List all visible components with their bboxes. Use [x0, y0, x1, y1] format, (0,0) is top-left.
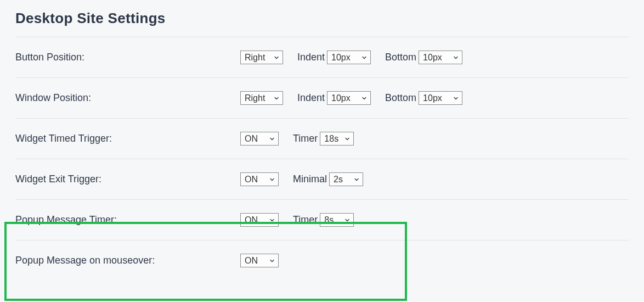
window-position-controls: Right Indent 10px Bottom 10px — [240, 91, 477, 105]
window-position-indent-label: Indent — [297, 92, 325, 104]
widget-exit-trigger-controls: ON Minimal 2s — [240, 172, 377, 186]
button-position-bottom-select[interactable]: 10px — [419, 51, 462, 64]
window-position-bottom-label: Bottom — [385, 92, 416, 104]
button-position-bottom-label: Bottom — [385, 52, 416, 63]
button-position-label: Button Position: — [15, 52, 240, 63]
row-widget-exit-trigger: Widget Exit Trigger: ON Minimal 2s — [15, 159, 629, 199]
popup-message-mouseover-state-select[interactable]: ON — [240, 254, 279, 267]
widget-timed-trigger-label: Widget Timed Trigger: — [15, 133, 240, 144]
window-position-indent-select[interactable]: 10px — [327, 91, 371, 105]
window-position-side-select[interactable]: Right — [240, 91, 283, 105]
row-popup-message-mouseover: Popup Message on mouseover: ON — [15, 241, 629, 281]
popup-message-timer-label: Popup Message Timer: — [15, 214, 240, 226]
widget-timed-trigger-state-select[interactable]: ON — [240, 132, 279, 146]
button-position-side-select[interactable]: Right — [240, 51, 283, 64]
row-button-position: Button Position: Right Indent 10px Botto… — [15, 37, 629, 77]
widget-timed-trigger-controls: ON Timer 18s — [240, 132, 368, 146]
widget-exit-trigger-minimal-select[interactable]: 2s — [329, 172, 363, 186]
popup-message-timer-timer-label: Timer — [293, 214, 318, 226]
widget-exit-trigger-state-select[interactable]: ON — [240, 172, 279, 186]
popup-message-timer-controls: ON Timer 8s — [240, 213, 368, 227]
page-title: Desktop Site Settings — [15, 10, 629, 27]
button-position-controls: Right Indent 10px Bottom 10px — [240, 51, 477, 64]
widget-exit-trigger-label: Widget Exit Trigger: — [15, 174, 240, 185]
button-position-indent-select[interactable]: 10px — [327, 51, 371, 64]
widget-timed-trigger-timer-select[interactable]: 18s — [320, 132, 354, 146]
row-popup-message-timer: Popup Message Timer: ON Timer 8s — [15, 200, 629, 240]
widget-timed-trigger-timer-label: Timer — [293, 133, 318, 144]
widget-exit-trigger-minimal-label: Minimal — [293, 174, 327, 185]
popup-message-timer-state-select[interactable]: ON — [240, 213, 279, 227]
window-position-label: Window Position: — [15, 92, 240, 104]
window-position-bottom-select[interactable]: 10px — [419, 91, 462, 105]
popup-message-timer-timer-select[interactable]: 8s — [320, 213, 354, 227]
button-position-indent-label: Indent — [297, 52, 325, 63]
popup-message-mouseover-controls: ON — [240, 254, 293, 267]
row-widget-timed-trigger: Widget Timed Trigger: ON Timer 18s — [15, 119, 629, 159]
row-window-position: Window Position: Right Indent 10px Botto… — [15, 78, 629, 118]
popup-message-mouseover-label: Popup Message on mouseover: — [15, 255, 240, 266]
